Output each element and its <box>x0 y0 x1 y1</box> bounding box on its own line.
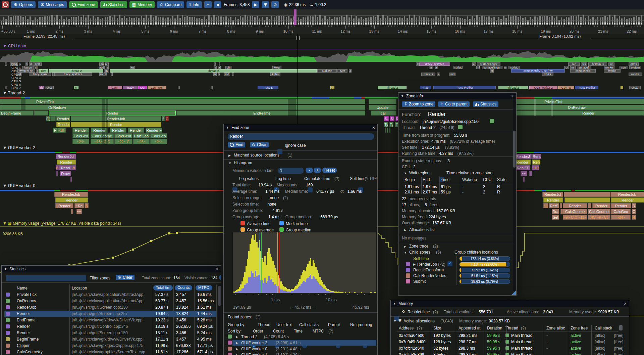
cpu-zone[interactable]: au <box>213 73 217 76</box>
cpu-zone[interactable]: Tracy S <box>258 86 278 89</box>
table-row[interactable] <box>4 305 216 311</box>
cpu-zone[interactable]: Tracy <box>123 86 138 89</box>
timeline-zone[interactable]: Ren FF <box>516 165 530 170</box>
cpu-zone[interactable]: ml <box>476 66 480 69</box>
cpu-zone[interactable]: a <box>214 66 217 69</box>
cpu-zone[interactable]: composer(o <box>570 69 596 73</box>
frame-bar[interactable] <box>358 18 360 25</box>
cpu-zone[interactable]: dracy_systrace <box>419 62 450 66</box>
frame-bar[interactable] <box>385 18 386 25</box>
cpu-zone[interactable]: au <box>105 62 109 66</box>
timeline-zone[interactable]: Render <box>56 116 70 121</box>
search-input[interactable]: Render <box>228 133 374 140</box>
frame-bar[interactable] <box>469 19 471 25</box>
timeline-zone[interactable]: 4C ~9~ Ct ~10~ <box>588 215 610 220</box>
timeline-zone[interactable]: Render <box>543 197 563 203</box>
timeline-zone[interactable]: ~24~ <box>150 139 167 144</box>
frame-bar[interactable] <box>389 18 391 25</box>
frame-bar[interactable] <box>631 18 632 25</box>
frame-bar[interactable] <box>105 17 106 25</box>
cpu-zone[interactable]: rver <box>337 69 347 73</box>
frame-bar[interactable] <box>380 18 381 25</box>
cpu-zone[interactable]: sl <box>35 66 38 69</box>
frame-bar[interactable] <box>114 15 115 25</box>
frame-bar[interactable] <box>370 17 372 25</box>
timeline-zone[interactable]: ~24~ <box>72 139 89 144</box>
timeline-zone[interactable]: RenderJol <box>56 154 76 159</box>
timeline-zone[interactable]: Ty <box>389 122 393 127</box>
group-children-checkbox[interactable] <box>447 261 452 266</box>
table-row[interactable] <box>4 337 216 343</box>
frame-bar[interactable] <box>609 15 610 25</box>
cpu-zone[interactable] <box>211 86 213 89</box>
cpu-zone[interactable]: mi <box>570 66 576 69</box>
cpu-zone[interactable]: cfir <box>225 66 232 69</box>
cpu-zone[interactable]: system <box>629 66 641 69</box>
table-row[interactable] <box>4 311 216 317</box>
cpu-zone[interactable]: M <box>74 86 78 89</box>
frame-bar[interactable] <box>331 19 333 25</box>
cpu-zone[interactable] <box>232 73 234 76</box>
frame-bar[interactable] <box>259 18 260 25</box>
cpu-zone[interactable]: Tracy Profiler <box>575 86 598 89</box>
timeline-zone[interactable]: CalcGeo <box>611 209 631 214</box>
timeline-zone[interactable]: Render <box>611 203 631 208</box>
frame-bar[interactable] <box>95 18 96 25</box>
frame-bar[interactable] <box>641 15 642 25</box>
timeline-zone[interactable] <box>565 197 610 203</box>
scrollbar[interactable] <box>513 100 516 291</box>
frame-bar[interactable] <box>595 19 596 25</box>
timeline-zone[interactable] <box>560 209 563 214</box>
timeline-zone[interactable]: Rend <box>532 154 541 159</box>
timeline-zone[interactable]: Render <box>71 122 161 127</box>
child-zone-chip[interactable] <box>406 279 410 283</box>
child-zone-chip[interactable] <box>406 262 410 266</box>
frame-bar[interactable] <box>426 17 427 25</box>
cpu-zone[interactable]: a <box>437 73 440 76</box>
timeline-zone[interactable]: CalcGeo <box>72 133 89 138</box>
frame-bar[interactable] <box>237 19 239 25</box>
frame-bar[interactable] <box>336 17 338 25</box>
frame-bar[interactable] <box>27 19 29 25</box>
timeline-zone[interactable] <box>34 110 48 116</box>
increment-button[interactable]: + <box>314 168 321 173</box>
frame-bar[interactable] <box>5 19 7 25</box>
frame-bar[interactable] <box>600 17 601 25</box>
timeline-zone[interactable]: RerS <box>549 203 559 208</box>
frame-bar[interactable] <box>334 17 335 25</box>
collapse-icon[interactable]: ▼ <box>228 162 231 165</box>
frame-bar[interactable] <box>148 18 149 25</box>
frame-bar[interactable] <box>411 18 413 25</box>
timeline-zone[interactable]: Render <box>110 128 126 133</box>
timeline-zone[interactable]: EndFrame <box>176 110 365 116</box>
timeline-zone[interactable]: Sc <box>384 116 389 121</box>
frame-bar[interactable] <box>211 17 212 25</box>
power-button[interactable] <box>2 1 9 8</box>
find-zone-button[interactable]: Find zone <box>69 1 98 8</box>
frame-bar[interactable] <box>462 18 463 25</box>
timeline-zone[interactable]: Render <box>592 203 610 208</box>
frame-bar[interactable] <box>564 19 565 25</box>
collapse-icon[interactable]: ▼ <box>226 126 229 129</box>
frame-bar[interactable] <box>68 19 70 25</box>
timeline-zone[interactable]: Render <box>91 128 108 133</box>
cpu-zone[interactable]: a <box>349 69 352 73</box>
frame-bar[interactable] <box>619 16 620 25</box>
memory-button[interactable]: ▦Memory <box>129 1 155 8</box>
cpu-zone[interactable]: surfaceflinger <box>482 66 502 69</box>
frame-bar[interactable] <box>322 18 323 25</box>
timeline-zone[interactable] <box>387 128 388 133</box>
options-button[interactable]: ⚙Options <box>11 1 36 8</box>
frame-bar[interactable] <box>290 18 292 25</box>
timeline-zone[interactable] <box>369 99 396 104</box>
cpu-zone[interactable]: surfacefl <box>577 66 591 69</box>
frame-bar[interactable] <box>546 16 548 25</box>
cpu-zone[interactable]: kw <box>130 66 135 69</box>
frame-bar[interactable] <box>51 15 53 25</box>
frame-bar[interactable] <box>614 15 615 25</box>
cpu-zone[interactable]: iworke <box>629 73 642 76</box>
frame-bar[interactable] <box>633 17 635 25</box>
frame-bar[interactable] <box>629 18 630 25</box>
cpu-zone[interactable]: a <box>429 66 433 69</box>
table-row[interactable] <box>397 332 622 339</box>
